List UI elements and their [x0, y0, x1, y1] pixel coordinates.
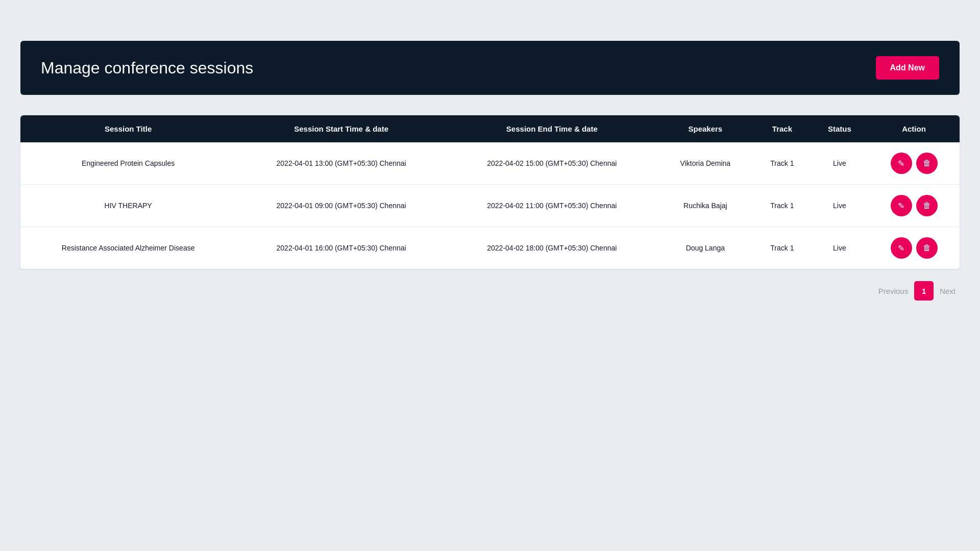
add-new-button[interactable]: Add New	[876, 56, 939, 80]
pagination-previous-button[interactable]: Previous	[876, 283, 910, 299]
action-buttons-2: ✎🗑	[876, 237, 951, 259]
cell-session_start-0: 2022-04-01 13:00 (GMT+05:30) Chennai	[236, 142, 447, 185]
cell-status-1: Live	[811, 185, 868, 227]
action-buttons-1: ✎🗑	[876, 195, 951, 216]
cell-track-0: Track 1	[753, 142, 811, 185]
cell-session_start-1: 2022-04-01 09:00 (GMT+05:30) Chennai	[236, 185, 447, 227]
trash-icon: 🗑	[923, 201, 931, 210]
cell-speakers-2: Doug Langa	[657, 227, 753, 269]
cell-session_end-1: 2022-04-02 11:00 (GMT+05:30) Chennai	[447, 185, 657, 227]
delete-button-2[interactable]: 🗑	[916, 237, 938, 259]
edit-icon: ✎	[898, 243, 904, 253]
table-body: Engineered Protein Capsules2022-04-01 13…	[20, 142, 960, 269]
pagination-next-button[interactable]: Next	[938, 283, 958, 299]
page-title: Manage conference sessions	[41, 59, 253, 78]
trash-icon: 🗑	[923, 159, 931, 168]
trash-icon: 🗑	[923, 243, 931, 253]
cell-status-2: Live	[811, 227, 868, 269]
edit-icon: ✎	[898, 201, 904, 211]
cell-action-1: ✎🗑	[868, 185, 960, 227]
cell-session_title-0: Engineered Protein Capsules	[20, 142, 236, 185]
delete-button-0[interactable]: 🗑	[916, 153, 938, 174]
edit-button-1[interactable]: ✎	[891, 195, 912, 216]
pagination-page-1-button[interactable]: 1	[914, 281, 934, 300]
table-row: Engineered Protein Capsules2022-04-01 13…	[20, 142, 960, 185]
cell-status-0: Live	[811, 142, 868, 185]
col-session-end: Session End Time & date	[447, 115, 657, 142]
cell-action-0: ✎🗑	[868, 142, 960, 185]
col-track: Track	[753, 115, 811, 142]
col-session-start: Session Start Time & date	[236, 115, 447, 142]
col-session-title: Session Title	[20, 115, 236, 142]
cell-track-2: Track 1	[753, 227, 811, 269]
cell-speakers-1: Ruchika Bajaj	[657, 185, 753, 227]
edit-button-2[interactable]: ✎	[891, 237, 912, 259]
col-speakers: Speakers	[657, 115, 753, 142]
action-buttons-0: ✎🗑	[876, 153, 951, 174]
cell-speakers-0: Viktoria Demina	[657, 142, 753, 185]
delete-button-1[interactable]: 🗑	[916, 195, 938, 216]
cell-session_end-0: 2022-04-02 15:00 (GMT+05:30) Chennai	[447, 142, 657, 185]
edit-button-0[interactable]: ✎	[891, 153, 912, 174]
cell-track-1: Track 1	[753, 185, 811, 227]
page-wrapper: Manage conference sessions Add New Sessi…	[0, 0, 980, 321]
table-row: HIV THERAPY2022-04-01 09:00 (GMT+05:30) …	[20, 185, 960, 227]
table-row: Resistance Associated Alzheimer Disease2…	[20, 227, 960, 269]
pagination: Previous 1 Next	[20, 281, 960, 300]
cell-session_title-1: HIV THERAPY	[20, 185, 236, 227]
sessions-table-container: Session Title Session Start Time & date …	[20, 115, 960, 269]
cell-session_start-2: 2022-04-01 16:00 (GMT+05:30) Chennai	[236, 227, 447, 269]
header-bar: Manage conference sessions Add New	[20, 41, 960, 95]
col-action: Action	[868, 115, 960, 142]
cell-action-2: ✎🗑	[868, 227, 960, 269]
edit-icon: ✎	[898, 159, 904, 168]
cell-session_title-2: Resistance Associated Alzheimer Disease	[20, 227, 236, 269]
sessions-table: Session Title Session Start Time & date …	[20, 115, 960, 269]
table-header: Session Title Session Start Time & date …	[20, 115, 960, 142]
cell-session_end-2: 2022-04-02 18:00 (GMT+05:30) Chennai	[447, 227, 657, 269]
col-status: Status	[811, 115, 868, 142]
